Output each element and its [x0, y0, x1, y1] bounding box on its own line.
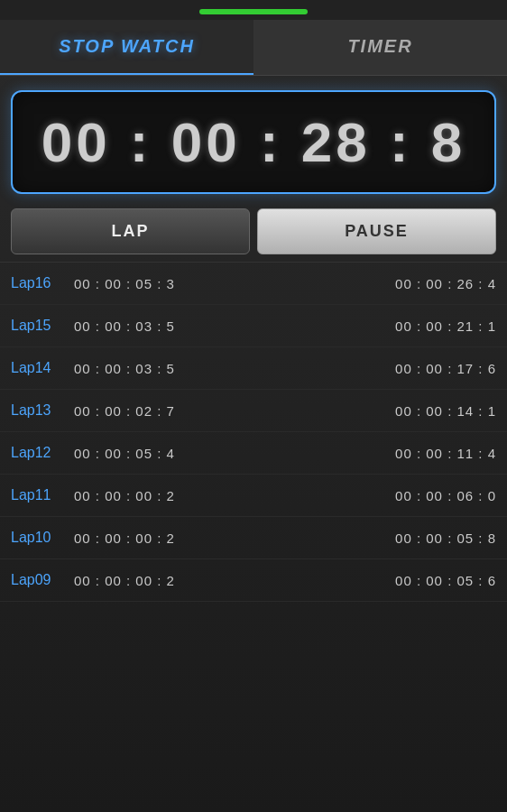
lap-total-time: 00 : 00 : 11 : 4 — [285, 446, 496, 461]
lap-name: Lap16 — [11, 275, 74, 291]
lap-total-time: 00 : 00 : 14 : 1 — [285, 403, 496, 419]
lap-name: Lap14 — [11, 360, 74, 376]
lap-split-time: 00 : 00 : 03 : 5 — [74, 361, 285, 376]
table-row: Lap1300 : 00 : 02 : 700 : 00 : 14 : 1 — [0, 390, 507, 432]
lap-split-time: 00 : 00 : 02 : 7 — [74, 403, 285, 419]
table-row: Lap1400 : 00 : 03 : 500 : 00 : 17 : 6 — [0, 347, 507, 390]
lap-total-time: 00 : 00 : 05 : 6 — [285, 573, 496, 588]
lap-total-time: 00 : 00 : 17 : 6 — [285, 361, 496, 376]
lap-name: Lap13 — [11, 402, 74, 419]
tab-bar: STOP WATCH TIMER — [0, 20, 507, 76]
table-row: Lap1500 : 00 : 03 : 500 : 00 : 21 : 1 — [0, 305, 507, 347]
pause-button[interactable]: PAUSE — [257, 208, 496, 254]
lap-split-time: 00 : 00 : 05 : 3 — [74, 276, 285, 291]
lap-total-time: 00 : 00 : 06 : 0 — [285, 488, 496, 503]
lap-split-time: 00 : 00 : 05 : 4 — [74, 446, 285, 461]
tab-stopwatch[interactable]: STOP WATCH — [0, 20, 254, 75]
table-row: Lap1200 : 00 : 05 : 400 : 00 : 11 : 4 — [0, 432, 507, 475]
lap-name: Lap11 — [11, 487, 74, 503]
lap-button[interactable]: LAP — [11, 208, 250, 254]
green-indicator — [199, 9, 308, 14]
time-display-container: 00 : 00 : 28 : 8 — [11, 90, 496, 194]
lap-split-time: 00 : 00 : 03 : 5 — [74, 318, 285, 334]
tab-timer-label: TIMER — [347, 36, 412, 56]
lap-list: Lap1600 : 00 : 05 : 300 : 00 : 26 : 4Lap… — [0, 263, 507, 812]
table-row: Lap1600 : 00 : 05 : 300 : 00 : 26 : 4 — [0, 263, 507, 305]
lap-total-time: 00 : 00 : 26 : 4 — [285, 276, 496, 291]
lap-split-time: 00 : 00 : 00 : 2 — [74, 488, 285, 503]
table-row: Lap0900 : 00 : 00 : 200 : 00 : 05 : 6 — [0, 559, 507, 602]
tab-stopwatch-label: STOP WATCH — [59, 36, 195, 56]
lap-total-time: 00 : 00 : 05 : 8 — [285, 531, 496, 546]
table-row: Lap1100 : 00 : 00 : 200 : 00 : 06 : 0 — [0, 475, 507, 517]
lap-split-time: 00 : 00 : 00 : 2 — [74, 531, 285, 546]
lap-name: Lap12 — [11, 445, 74, 461]
lap-name: Lap15 — [11, 318, 74, 334]
lap-name: Lap10 — [11, 530, 74, 546]
table-row: Lap1000 : 00 : 00 : 200 : 00 : 05 : 8 — [0, 517, 507, 559]
lap-total-time: 00 : 00 : 21 : 1 — [285, 318, 496, 334]
top-bar — [0, 0, 507, 20]
buttons-row: LAP PAUSE — [11, 208, 496, 254]
time-display: 00 : 00 : 28 : 8 — [41, 110, 466, 174]
app-container: STOP WATCH TIMER 00 : 00 : 28 : 8 LAP PA… — [0, 0, 507, 812]
lap-split-time: 00 : 00 : 00 : 2 — [74, 573, 285, 588]
lap-name: Lap09 — [11, 572, 74, 588]
tab-timer[interactable]: TIMER — [254, 20, 507, 75]
